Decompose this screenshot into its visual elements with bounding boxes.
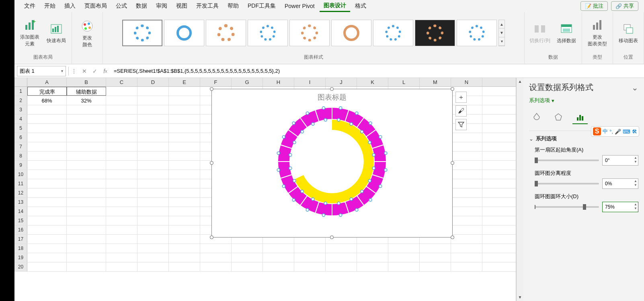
cell[interactable] [137,152,169,160]
scroll-down-button[interactable]: ▼ [517,294,523,301]
chart-style-5[interactable] [289,20,330,46]
row-header[interactable]: 4 [14,115,27,123]
cell[interactable] [27,142,67,151]
cell[interactable] [263,262,294,271]
hole-size-input[interactable]: 75%▲▼ [602,202,638,212]
cell[interactable] [169,253,200,262]
col-C[interactable]: C [106,78,137,86]
cell[interactable] [137,133,169,142]
cell[interactable] [263,253,294,262]
cell[interactable] [106,262,137,271]
gallery-scroll[interactable]: ▲▼▾ [498,20,505,46]
fx-icon[interactable]: fx [100,66,111,76]
chart-elements-button[interactable]: ＋ [455,92,467,103]
col-A[interactable]: A [27,78,67,86]
chart-style-3[interactable] [206,20,246,46]
move-chart-button[interactable]: 移动图表 [616,15,640,51]
row-header[interactable]: 20 [14,262,27,271]
cell[interactable] [27,253,67,262]
cell[interactable] [137,179,169,188]
cell[interactable] [137,170,169,179]
menu-file[interactable]: 文件 [20,1,39,11]
cell[interactable] [357,262,388,271]
cell[interactable] [451,262,482,271]
cell[interactable] [67,198,106,207]
row-header[interactable]: 9 [14,161,27,170]
cell[interactable] [451,225,482,234]
pane-tab-series[interactable] [572,111,588,124]
cell[interactable] [451,207,482,216]
row-header[interactable]: 15 [14,216,27,225]
ime-toolbar[interactable]: S 中 °, 🎤 ⌨ 🛠 [591,126,639,137]
cell[interactable] [106,198,137,207]
cell[interactable] [137,124,169,133]
cell[interactable] [67,207,106,216]
cell[interactable]: 完成率 [27,87,67,96]
cell[interactable] [232,253,263,262]
cancel-formula-button[interactable]: ✕ [79,66,90,76]
cell[interactable] [106,216,137,225]
cell[interactable] [27,262,67,271]
change-colors-button[interactable]: 更改 颜色 [75,16,99,52]
cell[interactable] [169,152,200,160]
quick-layout-button[interactable]: 快速布局 [44,15,68,51]
row-header[interactable]: 3 [14,105,27,114]
cell[interactable] [106,244,137,253]
cell[interactable] [27,244,67,253]
chart-style-7[interactable] [373,20,413,46]
cell[interactable] [294,262,326,271]
cell[interactable] [106,115,137,123]
cell[interactable] [106,96,137,105]
series-options-dropdown[interactable]: 系列选项 ▾ [529,97,638,104]
cell[interactable] [106,253,137,262]
cell[interactable] [137,235,169,244]
cell[interactable] [137,105,169,114]
col-G[interactable]: G [232,78,263,86]
cell[interactable] [451,198,482,207]
col-F[interactable]: F [200,78,232,86]
cell[interactable] [169,161,200,170]
cell[interactable] [169,235,200,244]
cell[interactable] [326,262,357,271]
ime-settings-icon[interactable]: 🛠 [632,129,637,135]
confirm-formula-button[interactable]: ✓ [90,66,100,76]
formula-input[interactable]: =SERIES(,Sheet1!$A$1:$B$1,{5,5,5,5,5,5,5… [111,66,644,76]
cell[interactable] [137,96,169,105]
cell[interactable] [326,244,357,253]
cell[interactable] [27,179,67,188]
cell[interactable] [137,142,169,151]
cell[interactable] [137,87,169,96]
cell[interactable] [67,142,106,151]
menu-review[interactable]: 审阅 [152,1,171,11]
col-K[interactable]: K [357,78,388,86]
vertical-scrollbar[interactable]: ▲ ▼ [516,78,523,301]
cell[interactable] [169,115,200,123]
cell[interactable] [169,105,200,114]
cell[interactable] [106,87,137,96]
first-slice-angle-slider[interactable] [535,160,599,161]
cell[interactable] [200,244,232,253]
chart-style-4[interactable] [248,20,288,46]
cell[interactable] [169,87,200,96]
cell[interactable] [451,244,482,253]
menu-formula[interactable]: 公式 [112,1,131,11]
cell[interactable] [451,133,482,142]
chart-style-8[interactable] [415,20,455,46]
chart-filter-button[interactable] [455,119,467,130]
chart-styles-button[interactable]: 🖌 [455,105,467,117]
cell[interactable] [27,235,67,244]
cell[interactable] [169,142,200,151]
cell[interactable] [67,115,106,123]
cell[interactable] [357,253,388,262]
comments-button[interactable]: 📝 批注 [580,1,608,11]
name-box[interactable]: 图表 1 [17,66,66,76]
col-I[interactable]: I [294,78,326,86]
cell[interactable] [106,188,137,197]
cell[interactable] [388,253,420,262]
chart-style-1[interactable] [122,20,162,46]
cell[interactable] [451,142,482,151]
row-header[interactable]: 11 [14,179,27,188]
cell[interactable] [357,244,388,253]
select-data-button[interactable]: 选择数据 [554,15,578,51]
ime-punct-icon[interactable]: °, [609,129,613,135]
